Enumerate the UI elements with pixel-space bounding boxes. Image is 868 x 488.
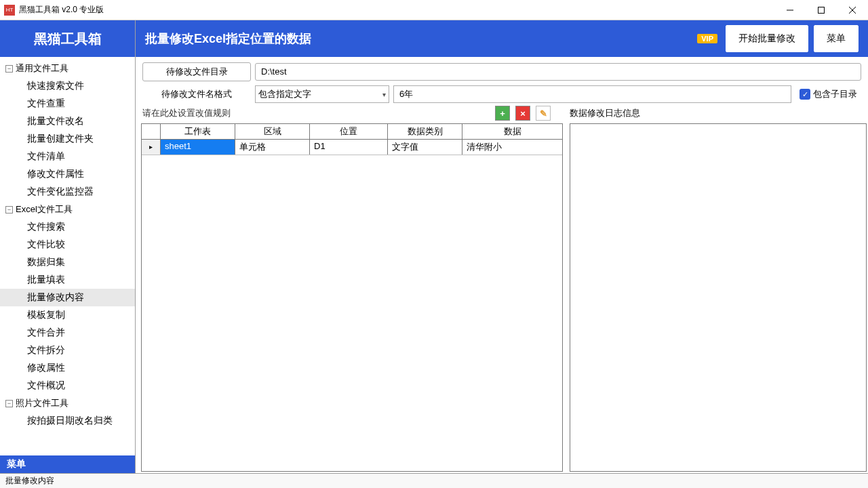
tree-item[interactable]: 快速搜索文件 <box>0 77 135 95</box>
tree-item[interactable]: 按拍摄日期改名归类 <box>0 412 135 430</box>
menu-button[interactable]: 菜单 <box>814 25 859 52</box>
format-label: 待修改文件名格式 <box>142 88 251 100</box>
cell-dtype[interactable]: 文字值 <box>388 140 462 155</box>
sidebar-menu-button[interactable]: 菜单 <box>0 455 135 473</box>
rules-grid[interactable]: 工作表 区域 位置 数据类别 数据 sheet1 单元格 D1 文字值 清华附小 <box>141 123 563 472</box>
format-text-input[interactable] <box>393 85 791 103</box>
col-pos[interactable]: 位置 <box>310 124 388 139</box>
add-rule-button[interactable]: + <box>495 106 510 121</box>
tree-item[interactable]: 批量填表 <box>0 271 135 289</box>
tree-item[interactable]: 文件搜索 <box>0 218 135 236</box>
log-panel[interactable] <box>570 123 867 472</box>
format-combo[interactable]: 包含指定文字 ▾ <box>255 85 389 103</box>
collapse-icon: − <box>5 206 13 214</box>
col-data[interactable]: 数据 <box>462 124 562 139</box>
cell-data[interactable]: 清华附小 <box>462 140 562 155</box>
tree-group-general[interactable]: − 通用文件工具 <box>0 60 135 77</box>
chevron-down-icon: ▾ <box>382 91 386 98</box>
minimize-button[interactable] <box>774 0 806 20</box>
include-subdir-checkbox[interactable]: ✓ 包含子目录 <box>795 88 861 100</box>
svg-rect-1 <box>818 7 825 13</box>
tree-item[interactable]: 文件比较 <box>0 236 135 253</box>
tree-item[interactable]: 文件清单 <box>0 148 135 165</box>
row-header-col <box>142 124 161 139</box>
tree-item[interactable]: 文件查重 <box>0 95 135 113</box>
status-bar: 批量修改内容 <box>0 473 868 488</box>
vip-badge: VIP <box>697 34 717 43</box>
sidebar-tree: − 通用文件工具 快速搜索文件 文件查重 批量文件改名 批量创建文件夹 文件清单… <box>0 57 135 455</box>
tree-item[interactable]: 数据归集 <box>0 253 135 271</box>
rules-hint: 请在此处设置改值规则 <box>142 107 231 119</box>
page-title: 批量修改Excel指定位置的数据 <box>145 30 697 47</box>
collapse-icon: − <box>5 65 13 73</box>
tree-group-excel[interactable]: − Excel文件工具 <box>0 201 135 218</box>
check-icon: ✓ <box>800 89 810 100</box>
tree-item[interactable]: 批量创建文件夹 <box>0 130 135 148</box>
tree-item[interactable]: 文件概况 <box>0 377 135 394</box>
cell-area[interactable]: 单元格 <box>235 140 310 155</box>
window-title: 黑猫工具箱 v2.0 专业版 <box>19 4 774 16</box>
tree-item[interactable]: 批量文件改名 <box>0 113 135 130</box>
app-icon: HT <box>4 5 15 16</box>
tree-item-batch-edit[interactable]: 批量修改内容 <box>0 289 135 306</box>
collapse-icon: − <box>5 400 13 407</box>
tree-item[interactable]: 文件变化监控器 <box>0 183 135 201</box>
maximize-button[interactable] <box>806 0 837 20</box>
col-sheet[interactable]: 工作表 <box>161 124 235 139</box>
edit-rule-button[interactable]: ✎ <box>536 106 551 121</box>
row-indicator-icon <box>142 140 161 155</box>
tree-item[interactable]: 文件合并 <box>0 324 135 342</box>
tree-group-photo[interactable]: − 照片文件工具 <box>0 394 135 412</box>
col-area[interactable]: 区域 <box>235 124 310 139</box>
splitter[interactable] <box>564 123 568 472</box>
tree-item[interactable]: 文件拆分 <box>0 342 135 359</box>
start-batch-button[interactable]: 开始批量修改 <box>726 25 808 52</box>
sidebar-header: 黑猫工具箱 <box>0 20 135 57</box>
dir-path-display[interactable]: D:\test <box>255 63 861 81</box>
col-dtype[interactable]: 数据类别 <box>388 124 462 139</box>
cell-pos[interactable]: D1 <box>310 140 388 155</box>
close-button[interactable] <box>837 0 868 20</box>
choose-dir-button[interactable]: 待修改文件目录 <box>142 62 251 81</box>
tree-item[interactable]: 模板复制 <box>0 306 135 324</box>
tree-item[interactable]: 修改文件属性 <box>0 165 135 183</box>
table-row[interactable]: sheet1 单元格 D1 文字值 清华附小 <box>142 140 562 155</box>
tree-item[interactable]: 修改属性 <box>0 359 135 377</box>
cell-sheet[interactable]: sheet1 <box>161 140 235 155</box>
log-title: 数据修改日志信息 <box>570 107 861 119</box>
delete-rule-button[interactable]: × <box>515 106 530 121</box>
